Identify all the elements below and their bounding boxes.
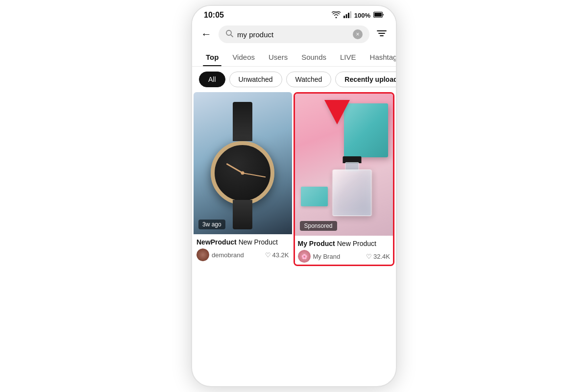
signal-icon [343,11,351,20]
card-title-rest-left: New Product [239,238,278,246]
filter-button[interactable] [374,27,389,42]
likes-left: ♡ 43.2K [265,251,289,259]
svg-rect-0 [343,16,345,18]
avatar-right: 🌸 [298,250,311,263]
phone-frame: 10:05 100% [191,5,397,387]
bottle-body [333,170,372,216]
svg-rect-2 [348,13,349,18]
watch-center-dot [241,172,245,175]
search-icon [225,29,233,39]
time-ago-badge: 3w ago [198,220,225,229]
card-info-left: NewProduct New Product demobrand ♡ 43.2K [194,234,292,263]
search-query-text: my product [237,30,349,39]
likes-count-left: 43.2K [272,251,289,259]
watch-face [211,141,274,205]
author-name-left: demobrand [212,251,244,259]
card-title-right: My Product New Product [298,240,391,247]
video-card-left[interactable]: 3w ago NewProduct New Product demobrand … [194,92,292,266]
svg-rect-3 [350,11,351,18]
tab-top[interactable]: Top [199,48,225,66]
card-info-right: My Product New Product 🌸 My Brand ♡ 32.4… [295,236,393,265]
card-title-bold-right: My Product [298,240,335,247]
tab-live[interactable]: LIVE [333,48,363,66]
watch-strap-top [233,102,252,141]
watch-minute-hand [243,172,266,177]
tab-sounds[interactable]: Sounds [294,48,333,66]
avatar-image-left [196,248,209,261]
avatar-left [196,248,209,261]
card-title-bold-left: NewProduct [196,238,237,246]
battery-label: 100% [354,12,370,19]
avatar-image-right: 🌸 [298,250,311,263]
tab-videos[interactable]: Videos [225,48,262,66]
red-down-arrow [324,100,350,124]
svg-rect-1 [345,14,347,18]
author-name-right: My Brand [313,253,341,260]
teal-box-back [344,103,388,157]
teal-box-small [301,187,328,206]
tab-users[interactable]: Users [262,48,294,66]
likes-count-right: 32.4K [373,253,390,260]
pill-unwatched[interactable]: Unwatched [229,72,282,87]
wifi-icon [332,11,341,20]
search-bar-row: ← my product × [192,23,396,48]
battery-icon [373,12,384,19]
card-meta-left: demobrand ♡ 43.2K [196,248,289,261]
author-info-left: demobrand [196,248,244,261]
card-title-rest-right: New Product [337,240,376,247]
sponsored-badge: Sponsored [300,221,337,231]
card-title-left: NewProduct New Product [196,238,289,246]
status-time: 10:05 [204,11,224,20]
highlight-arrow [324,100,350,124]
pill-watched[interactable]: Watched [286,72,332,87]
card-meta-right: 🌸 My Brand ♡ 32.4K [298,250,391,263]
status-bar: 10:05 100% [192,6,396,23]
search-input-box[interactable]: my product × [219,25,369,43]
video-grid: 3w ago NewProduct New Product demobrand … [192,92,396,266]
perfume-bottle [331,157,373,216]
watch-strap-bottom [233,200,252,229]
watch-hour-hand [226,163,243,174]
heart-icon-right: ♡ [366,253,372,260]
heart-icon-left: ♡ [265,251,271,259]
watch-thumbnail: 3w ago [194,92,292,234]
author-info-right: 🌸 My Brand [298,250,341,263]
filter-pills-row: All Unwatched Watched Recently uploaded [192,67,396,92]
back-button[interactable]: ← [199,27,214,42]
svg-rect-5 [374,13,382,17]
clear-search-button[interactable]: × [353,29,363,39]
svg-line-7 [231,35,233,37]
status-icons: 100% [332,11,384,20]
likes-right: ♡ 32.4K [366,253,390,260]
pill-recently-uploaded[interactable]: Recently uploaded [335,72,397,87]
tab-hashtags[interactable]: Hashtags [363,48,397,66]
pill-all[interactable]: All [199,72,225,87]
tabs-row: Top Videos Users Sounds LIVE Hashtags [192,48,396,67]
